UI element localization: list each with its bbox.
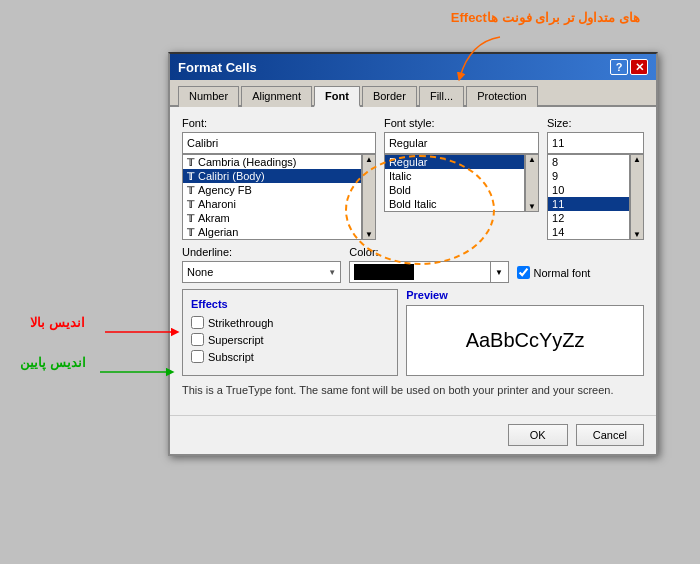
size-item-14[interactable]: 14 bbox=[548, 225, 629, 239]
window-close-button[interactable]: ✕ bbox=[630, 59, 648, 75]
font-scrollbar[interactable]: ▲ ▼ bbox=[362, 154, 376, 240]
subscript-row: Subscript bbox=[191, 350, 389, 363]
subscript-label: Subscript bbox=[208, 351, 254, 363]
size-label: Size: bbox=[547, 117, 644, 129]
help-button[interactable]: ? bbox=[610, 59, 628, 75]
size-scrollbar[interactable]: ▲ ▼ bbox=[630, 154, 644, 240]
annotation-top: های متداول تر برای فونت هاEffect bbox=[451, 10, 640, 25]
size-col: Size: 8 9 10 11 12 14 ▲ ▼ bbox=[547, 117, 644, 240]
format-cells-dialog: Format Cells ? ✕ Number Alignment Font B… bbox=[168, 52, 658, 456]
font-item-algerian[interactable]: 𝕋Algerian bbox=[183, 225, 361, 239]
font-col: Font: 𝕋Cambria (Headings) 𝕋Calibri (Body… bbox=[182, 117, 376, 240]
underline-label: Underline: bbox=[182, 246, 341, 258]
effects-box: Effects Strikethrough Superscript Subscr… bbox=[182, 289, 398, 376]
font-type-icon: 𝕋 bbox=[187, 213, 194, 224]
effects-preview-row: Effects Strikethrough Superscript Subscr… bbox=[182, 289, 644, 376]
font-type-icon: 𝕋 bbox=[187, 185, 194, 196]
underline-color-row: Underline: None ▼ Color: ▼ Normal font bbox=[182, 246, 644, 283]
preview-box: AaBbCcYyZz bbox=[406, 305, 644, 376]
style-item-regular[interactable]: Regular bbox=[385, 155, 524, 169]
style-scrollbar[interactable]: ▲ ▼ bbox=[525, 154, 539, 212]
font-list-container: 𝕋Cambria (Headings) 𝕋Calibri (Body) 𝕋Age… bbox=[182, 154, 376, 240]
strikethrough-check[interactable] bbox=[191, 316, 204, 329]
style-list-container: Regular Italic Bold Bold Italic ▲ ▼ bbox=[384, 154, 539, 212]
arrow-top-icon bbox=[450, 32, 510, 82]
annotation-subscript: اندیس پایین bbox=[20, 355, 86, 370]
tabs-row: Number Alignment Font Border Fill... Pro… bbox=[170, 80, 656, 107]
strikethrough-label: Strikethrough bbox=[208, 317, 273, 329]
preview-wrapper: Preview AaBbCcYyZz bbox=[406, 289, 644, 376]
font-item-calibri[interactable]: 𝕋Calibri (Body) bbox=[183, 169, 361, 183]
size-item-10[interactable]: 10 bbox=[548, 183, 629, 197]
normal-font-col: Normal font bbox=[517, 246, 644, 283]
size-item-12[interactable]: 12 bbox=[548, 211, 629, 225]
size-item-9[interactable]: 9 bbox=[548, 169, 629, 183]
tab-font[interactable]: Font bbox=[314, 86, 360, 107]
font-item-akram[interactable]: 𝕋Akram bbox=[183, 211, 361, 225]
normal-font-checkbox: Normal font bbox=[517, 266, 591, 279]
arrow-subscript-icon bbox=[95, 362, 175, 382]
font-type-icon: 𝕋 bbox=[187, 227, 194, 238]
color-label: Color: bbox=[349, 246, 508, 258]
style-col: Font style: Regular Italic Bold Bold Ita… bbox=[384, 117, 539, 240]
annotation-superscript: اندیس بالا bbox=[30, 315, 85, 330]
scroll-up-btn[interactable]: ▲ bbox=[633, 155, 641, 164]
truetype-info: This is a TrueType font. The same font w… bbox=[182, 382, 644, 399]
size-list[interactable]: 8 9 10 11 12 14 bbox=[547, 154, 630, 240]
size-item-8[interactable]: 8 bbox=[548, 155, 629, 169]
underline-dropdown-icon: ▼ bbox=[328, 268, 336, 277]
font-list[interactable]: 𝕋Cambria (Headings) 𝕋Calibri (Body) 𝕋Age… bbox=[182, 154, 362, 240]
underline-value: None bbox=[187, 266, 213, 278]
font-item-aharoni[interactable]: 𝕋Aharoni bbox=[183, 197, 361, 211]
color-select[interactable]: ▼ bbox=[349, 261, 508, 283]
style-item-italic[interactable]: Italic bbox=[385, 169, 524, 183]
preview-label: Preview bbox=[406, 289, 644, 301]
font-item-agency[interactable]: 𝕋Agency FB bbox=[183, 183, 361, 197]
style-item-bold-italic[interactable]: Bold Italic bbox=[385, 197, 524, 211]
cancel-button[interactable]: Cancel bbox=[576, 424, 644, 446]
superscript-row: Superscript bbox=[191, 333, 389, 346]
ok-button[interactable]: OK bbox=[508, 424, 568, 446]
strikethrough-row: Strikethrough bbox=[191, 316, 389, 329]
tab-fill[interactable]: Fill... bbox=[419, 86, 464, 107]
normal-font-label: Normal font bbox=[534, 267, 591, 279]
title-bar: Format Cells ? ✕ bbox=[170, 54, 656, 80]
font-input[interactable] bbox=[182, 132, 376, 154]
scroll-down-btn[interactable]: ▼ bbox=[633, 230, 641, 239]
color-dropdown-btn[interactable]: ▼ bbox=[490, 262, 508, 282]
color-col: Color: ▼ bbox=[349, 246, 508, 283]
tab-number[interactable]: Number bbox=[178, 86, 239, 107]
underline-col: Underline: None ▼ bbox=[182, 246, 341, 283]
style-item-bold[interactable]: Bold bbox=[385, 183, 524, 197]
style-input[interactable] bbox=[384, 132, 539, 154]
arrow-superscript-icon bbox=[100, 322, 180, 342]
tab-alignment[interactable]: Alignment bbox=[241, 86, 312, 107]
underline-select[interactable]: None ▼ bbox=[182, 261, 341, 283]
effects-title: Effects bbox=[191, 298, 389, 310]
tab-border[interactable]: Border bbox=[362, 86, 417, 107]
normal-font-check[interactable] bbox=[517, 266, 530, 279]
size-list-container: 8 9 10 11 12 14 ▲ ▼ bbox=[547, 154, 644, 240]
font-type-icon: 𝕋 bbox=[187, 157, 194, 168]
bottom-buttons: OK Cancel bbox=[170, 415, 656, 454]
superscript-label: Superscript bbox=[208, 334, 264, 346]
scroll-down-btn[interactable]: ▼ bbox=[528, 202, 536, 211]
font-label: Font: bbox=[182, 117, 376, 129]
preview-text: AaBbCcYyZz bbox=[466, 329, 585, 352]
scroll-up-btn[interactable]: ▲ bbox=[365, 155, 373, 164]
dialog-body: Font: 𝕋Cambria (Headings) 𝕋Calibri (Body… bbox=[170, 107, 656, 415]
dialog-title: Format Cells bbox=[178, 60, 257, 75]
title-bar-buttons: ? ✕ bbox=[610, 59, 648, 75]
superscript-check[interactable] bbox=[191, 333, 204, 346]
scroll-down-btn[interactable]: ▼ bbox=[365, 230, 373, 239]
font-row: Font: 𝕋Cambria (Headings) 𝕋Calibri (Body… bbox=[182, 117, 644, 240]
subscript-check[interactable] bbox=[191, 350, 204, 363]
font-type-icon: 𝕋 bbox=[187, 171, 194, 182]
size-input[interactable] bbox=[547, 132, 644, 154]
font-item-cambria[interactable]: 𝕋Cambria (Headings) bbox=[183, 155, 361, 169]
color-swatch bbox=[354, 264, 414, 280]
tab-protection[interactable]: Protection bbox=[466, 86, 538, 107]
style-list[interactable]: Regular Italic Bold Bold Italic bbox=[384, 154, 525, 212]
size-item-11[interactable]: 11 bbox=[548, 197, 629, 211]
scroll-up-btn[interactable]: ▲ bbox=[528, 155, 536, 164]
